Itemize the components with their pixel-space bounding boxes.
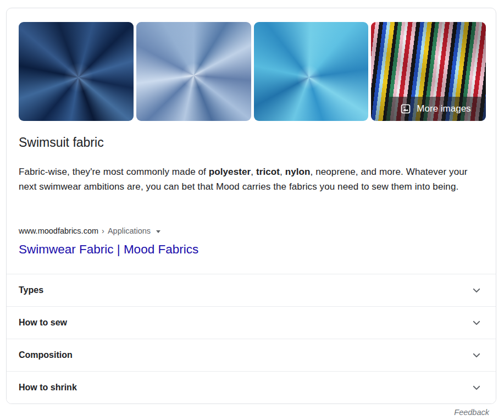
more-images-label: More images xyxy=(417,103,470,114)
accordion: Types How to sew Composition How to shri… xyxy=(7,274,496,404)
snippet-segment: Fabric-wise, they're most commonly made … xyxy=(19,167,209,177)
snippet-bold-tricot: tricot xyxy=(256,167,280,177)
breadcrumb: www.moodfabrics.com › Applications xyxy=(19,226,160,235)
more-images-button[interactable]: More images xyxy=(385,97,486,121)
accordion-label: Composition xyxy=(19,350,73,360)
result-link[interactable]: Swimwear Fabric | Mood Fabrics xyxy=(19,241,198,258)
caret-down-icon[interactable] xyxy=(156,230,160,233)
snippet-bold-nylon: nylon xyxy=(285,167,311,177)
chevron-down-icon xyxy=(472,285,481,295)
breadcrumb-domain[interactable]: www.moodfabrics.com xyxy=(19,226,98,235)
snippet-segment: , xyxy=(251,167,256,177)
chevron-down-icon xyxy=(472,318,481,328)
accordion-row-how-to-sew[interactable]: How to sew xyxy=(7,306,496,339)
fabric-image-periwinkle[interactable] xyxy=(136,22,251,121)
accordion-row-how-to-shrink[interactable]: How to shrink xyxy=(7,371,496,404)
image-strip: More images xyxy=(19,22,486,121)
snippet-text: Fabric-wise, they're most commonly made … xyxy=(19,164,485,194)
featured-snippet-card: More images Swimsuit fabric Fabric-wise,… xyxy=(6,8,496,404)
snippet-title: Swimsuit fabric xyxy=(19,135,104,150)
breadcrumb-path[interactable]: Applications xyxy=(108,226,151,235)
chevron-down-icon xyxy=(472,383,481,393)
accordion-label: How to shrink xyxy=(19,383,77,393)
fabric-image-striped[interactable]: More images xyxy=(371,22,486,121)
accordion-row-types[interactable]: Types xyxy=(7,274,496,306)
snippet-segment: , xyxy=(280,167,285,177)
breadcrumb-separator: › xyxy=(102,226,104,235)
image-icon xyxy=(400,103,411,114)
accordion-label: Types xyxy=(19,285,43,295)
accordion-row-composition[interactable]: Composition xyxy=(7,339,496,371)
snippet-bold-polyester: polyester xyxy=(209,167,251,177)
feedback-link[interactable]: Feedback xyxy=(454,408,489,417)
fabric-image-navy[interactable] xyxy=(19,22,134,121)
accordion-label: How to sew xyxy=(19,318,67,328)
chevron-down-icon xyxy=(472,350,481,360)
fabric-image-turquoise[interactable] xyxy=(254,22,369,121)
